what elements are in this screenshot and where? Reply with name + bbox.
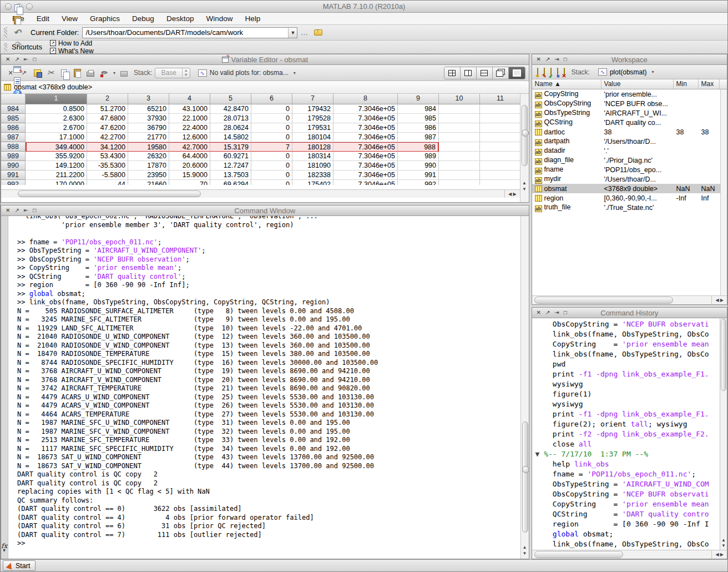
ve-vertical-scrollbar[interactable]: ▲▼: [520, 94, 529, 202]
save-icon[interactable]: [557, 68, 558, 77]
ve-cell[interactable]: 43.1000: [169, 104, 210, 114]
cw-vscroll-arrows[interactable]: ▲▼: [521, 544, 529, 556]
start-button[interactable]: Start: [3, 560, 36, 571]
workspace-row-ObsTypeString[interactable]: abObsTypeString'AIRCRAFT_U_WI...: [532, 108, 727, 118]
ve-cell[interactable]: 180104: [292, 133, 333, 142]
ve-cell[interactable]: 355.9200: [26, 152, 87, 161]
save-button[interactable]: [31, 67, 43, 78]
ve-cell[interactable]: 985: [398, 114, 439, 123]
ve-row-header-991[interactable]: 991: [1, 170, 26, 180]
ve-cell[interactable]: 22.4000: [169, 123, 210, 133]
ch-vertical-scrollbar[interactable]: ▲▼: [720, 318, 727, 550]
plot-selection-button[interactable]: ∿ plot(obsmat) ▾: [598, 68, 656, 76]
ve-cell[interactable]: 20.6000: [169, 161, 210, 170]
ve-cell[interactable]: 51.2700: [87, 104, 128, 114]
workspace-row-truth_file[interactable]: abtruth_file'./True_State.nc': [532, 203, 727, 212]
ve-cell[interactable]: 44: [87, 180, 128, 185]
ve-cell[interactable]: 0: [251, 114, 292, 123]
undock-panel-icon[interactable]: ↗: [545, 54, 550, 64]
ve-cell[interactable]: 69.6294: [210, 180, 251, 185]
import-data-icon[interactable]: [550, 68, 552, 77]
ve-cell[interactable]: [439, 152, 480, 161]
close-panel-icon[interactable]: ✕: [537, 54, 541, 64]
menu-view[interactable]: View: [55, 14, 84, 23]
ve-cell[interactable]: 70: [169, 180, 210, 185]
ve-cell[interactable]: 211.2200: [26, 170, 87, 180]
ve-cell[interactable]: 7.3046e+05: [333, 142, 398, 152]
ve-cell[interactable]: 26320: [128, 152, 169, 161]
ve-hscroll-arrows[interactable]: ◀ ▶: [504, 190, 520, 198]
ve-cell[interactable]: 7.3046e+05: [333, 161, 398, 170]
ve-col-header-7[interactable]: 7: [292, 94, 333, 104]
ve-cell[interactable]: 28.0713: [210, 114, 251, 123]
workspace-row-datadir[interactable]: abdatadir'.': [532, 146, 727, 155]
ve-cell[interactable]: 42.2700: [87, 133, 128, 142]
ve-cell[interactable]: 149.1200: [26, 161, 87, 170]
ve-cell[interactable]: 7.3046e+05: [333, 123, 398, 133]
ve-cell[interactable]: 7.3046e+05: [333, 170, 398, 180]
ve-cell[interactable]: 64.4000: [169, 152, 210, 161]
close-panel-icon[interactable]: ✕: [6, 205, 10, 215]
ve-cell[interactable]: 0: [251, 152, 292, 161]
menu-window[interactable]: Window: [200, 14, 239, 23]
ve-cell[interactable]: 15.9000: [169, 170, 210, 180]
function-browser-icon[interactable]: fx▼: [1, 542, 7, 552]
layout-grid-4-button[interactable]: [444, 67, 461, 79]
ve-cell[interactable]: [439, 142, 480, 152]
ws-col-header-value[interactable]: Value: [601, 79, 674, 89]
ws-horizontal-scrollbar[interactable]: ◀ ▶: [532, 295, 727, 304]
current-folder-value[interactable]: /Users/thoar/Documents/DART/models/cam/w…: [83, 28, 288, 37]
layout-single-button[interactable]: [509, 67, 525, 79]
ve-cell[interactable]: 12.6000: [169, 133, 210, 142]
ve-cell[interactable]: -5.5800: [87, 170, 128, 180]
stack-stepper-icon[interactable]: ▲▼: [182, 68, 190, 77]
ve-cell[interactable]: 179531: [292, 123, 333, 133]
new-variable-icon[interactable]: [537, 68, 538, 77]
ve-cell[interactable]: 17870: [128, 161, 169, 170]
current-folder-dropdown-icon[interactable]: ▼: [288, 28, 297, 38]
ch-hscroll-thumb[interactable]: [534, 551, 623, 558]
ve-cell[interactable]: 349.4000: [26, 142, 87, 152]
brush-dropdown-icon[interactable]: ▾: [113, 71, 115, 76]
ve-row-header-986[interactable]: 986: [1, 123, 26, 133]
workspace-row-dartpath[interactable]: abdartpath'/Users/thoar/D...: [532, 137, 727, 146]
ve-cell[interactable]: 22.1000: [169, 114, 210, 123]
ve-cell[interactable]: [480, 104, 520, 114]
workspace-row-obsmat[interactable]: obsmat<3768x9 double>NaNNaN: [532, 184, 727, 193]
ve-cell[interactable]: 170.0000: [26, 180, 87, 185]
ve-row-header-989[interactable]: 989: [1, 152, 26, 161]
dock-panel-icon[interactable]: ⇥: [554, 54, 559, 64]
ve-row-header-984[interactable]: 984: [1, 104, 26, 114]
command-window-output[interactable]: link_obs('obs_epoch_002.nc', 'RADIOSONDE…: [8, 216, 520, 559]
ve-cell[interactable]: 992: [398, 180, 439, 185]
browse-folder-button[interactable]: ...: [301, 29, 308, 37]
ch-hscroll-arrows[interactable]: ◀ ▶: [711, 550, 727, 559]
ve-cell[interactable]: [439, 114, 480, 123]
ve-cell[interactable]: 181090: [292, 161, 333, 170]
current-folder-combo[interactable]: /Users/thoar/Documents/DART/models/cam/w…: [82, 27, 297, 38]
ve-cell[interactable]: 13.7503: [210, 170, 251, 180]
workspace-row-diagn_file[interactable]: abdiagn_file'./Prior_Diag.nc': [532, 155, 727, 165]
workspace-row-region[interactable]: region[0,360,-90,90,-I...-InfInf: [532, 193, 727, 203]
ve-col-header-11[interactable]: 11: [480, 94, 520, 104]
close-panel-icon[interactable]: ✕: [537, 308, 541, 318]
ve-col-header-3[interactable]: 3: [128, 94, 169, 104]
ve-cell[interactable]: 23950: [128, 170, 169, 180]
ve-horizontal-scrollbar[interactable]: ◀ ▶: [1, 189, 520, 198]
cut-button[interactable]: [44, 67, 57, 78]
layout-split-horizontal-button[interactable]: [477, 67, 493, 79]
ws-vertical-scrollbar[interactable]: [720, 89, 727, 295]
ve-cell[interactable]: 180128: [292, 142, 333, 152]
ve-cell[interactable]: 37930: [128, 114, 169, 123]
workspace-row-ObsCopyString[interactable]: abObsCopyString'NCEP BUFR obse...: [532, 99, 727, 108]
ve-cell[interactable]: [439, 104, 480, 114]
folder-up-button[interactable]: [311, 27, 325, 39]
ch-vscroll-thumb[interactable]: [721, 319, 726, 391]
ve-row-header-992[interactable]: 992: [1, 180, 26, 185]
ve-cell[interactable]: [480, 180, 520, 185]
paste-button[interactable]: [71, 67, 83, 78]
menu-debug[interactable]: Debug: [126, 14, 160, 23]
ve-cell[interactable]: 17.1000: [26, 133, 87, 142]
ve-cell[interactable]: 7.3046e+05: [333, 180, 398, 185]
ws-col-header-name[interactable]: Name ▲: [532, 79, 601, 89]
